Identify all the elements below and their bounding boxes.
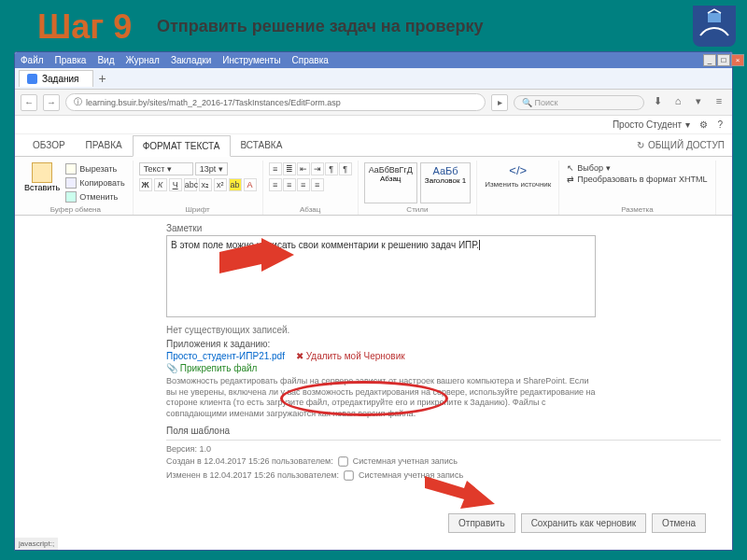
created-checkbox[interactable]	[338, 456, 347, 466]
styles-group-label: Стили	[359, 205, 477, 214]
bullets-button[interactable]: ≡	[269, 162, 282, 175]
browser-tab[interactable]: Задания	[19, 70, 93, 87]
ribbon-font: Текст ▾ 13pt ▾ Ж К Ч abc x₂ x² ab A Шриф…	[134, 161, 263, 215]
attachment-file-link[interactable]: Просто_студент-ИПР21.pdf	[166, 351, 285, 361]
ribbon-markup: </> Изменить источник	[477, 161, 559, 215]
align-center[interactable]: ≡	[283, 178, 296, 191]
minimize-button[interactable]: _	[703, 54, 716, 66]
send-button[interactable]: Отправить	[448, 513, 515, 533]
menu-view[interactable]: Вид	[97, 55, 114, 65]
rtl-button[interactable]: ¶	[339, 162, 352, 175]
font-name-select[interactable]: Текст ▾	[139, 162, 193, 175]
ribbon-styles: АаБбВвГгД Абзац АаБб Заголовок 1 Стили	[359, 161, 478, 215]
ribbon-paragraph: ≡ ≣ ⇤ ⇥ ¶ ¶ ≡ ≡ ≡ ≡ Абзац	[263, 161, 359, 215]
version-text: Версия: 1.0	[166, 444, 211, 454]
paste-button[interactable]: Вставить	[24, 162, 60, 203]
modified-checkbox[interactable]	[344, 470, 353, 480]
info-icon: ⓘ	[74, 96, 82, 108]
share-icon: ↻	[637, 140, 644, 150]
copy-icon	[65, 177, 77, 189]
font-size-select[interactable]: 13pt ▾	[195, 162, 228, 175]
align-right[interactable]: ≡	[297, 178, 310, 191]
copy-button[interactable]: Копировать	[63, 176, 126, 189]
action-buttons: Отправить Сохранить как черновик Отмена	[448, 513, 706, 533]
bold-button[interactable]: Ж	[139, 178, 152, 191]
menu-bookmarks[interactable]: Закладки	[171, 55, 211, 65]
font-group-label: Шрифт	[134, 205, 262, 214]
align-justify[interactable]: ≡	[311, 178, 324, 191]
strike-button[interactable]: abc	[184, 178, 197, 191]
created-text: Создан в 12.04.2017 15:26 пользователем:	[166, 456, 333, 466]
attach-file-link[interactable]: 📎 Прикрепить файл	[166, 363, 257, 373]
menu-edit[interactable]: Правка	[55, 55, 87, 65]
ribbon-markup2: ↖Выбор ▾ ⇄Преобразовать в формат XHTML Р…	[559, 161, 715, 215]
browser-menubar: Файл Правка Вид Журнал Закладки Инструме…	[15, 52, 732, 68]
window-controls: _ □ ×	[703, 54, 744, 66]
ribbon: Вставить Вырезать Копировать Отменить Бу…	[15, 157, 732, 216]
style-para[interactable]: АаБбВвГгД Абзац	[364, 162, 417, 203]
numbering-button[interactable]: ≣	[283, 162, 296, 175]
pocket-icon[interactable]: ▾	[691, 95, 706, 110]
help-icon[interactable]: ?	[717, 119, 723, 130]
undo-button[interactable]: Отменить	[63, 190, 126, 203]
downloads-icon[interactable]: ⬇	[650, 95, 665, 110]
browser-window: Файл Правка Вид Журнал Закладки Инструме…	[14, 51, 733, 551]
ltr-button[interactable]: ¶	[325, 162, 338, 175]
user-menu[interactable]: Просто Студент ▾ ⚙ ?	[613, 119, 723, 130]
tab-overview[interactable]: ОБЗОР	[22, 134, 76, 156]
notes-textarea[interactable]: В этом поле можно написать свои коммента…	[166, 235, 596, 317]
clipboard-group-label: Буфер обмена	[19, 205, 133, 214]
gear-icon[interactable]: ⚙	[699, 119, 708, 130]
tab-edit[interactable]: ПРАВКА	[76, 134, 133, 156]
ribbon-clipboard: Вставить Вырезать Копировать Отменить Бу…	[19, 161, 134, 215]
cancel-button[interactable]: Отмена	[652, 513, 706, 533]
sub-button[interactable]: x₂	[199, 178, 212, 191]
template-fields-label: Поля шаблона	[166, 426, 721, 436]
sup-button[interactable]: x²	[214, 178, 227, 191]
select-button[interactable]: ↖Выбор ▾	[565, 162, 709, 174]
paste-label: Вставить	[24, 183, 60, 192]
save-draft-button[interactable]: Сохранить как черновик	[521, 513, 646, 533]
address-bar: ← → ⓘ learning.bsuir.by/sites/math_2_201…	[15, 90, 732, 116]
go-button[interactable]: ▸	[491, 94, 508, 111]
forward-button[interactable]: →	[43, 94, 60, 111]
user-name: Просто Студент	[613, 119, 682, 130]
modified-text: Изменен в 12.04.2017 15:26 пользователем…	[166, 470, 339, 480]
menu-tools[interactable]: Инструменты	[222, 55, 280, 65]
indent-button[interactable]: ⇥	[311, 162, 324, 175]
style-heading1[interactable]: АаБб Заголовок 1	[420, 162, 471, 203]
svg-rect-0	[708, 13, 721, 22]
highlight-button[interactable]: ab	[229, 178, 242, 191]
menu-help[interactable]: Справка	[292, 55, 329, 65]
menu-history[interactable]: Журнал	[125, 55, 160, 65]
fontcolor-button[interactable]: A	[244, 178, 257, 191]
attachments-label: Приложения к заданию:	[166, 339, 721, 349]
status-bar: javascript:;	[15, 538, 58, 550]
search-field[interactable]: 🔍 Поиск	[514, 95, 644, 110]
hamburger-icon[interactable]: ≡	[712, 95, 726, 110]
menu-file[interactable]: Файл	[21, 55, 44, 65]
modified-sys: Системная учетная запись	[359, 470, 463, 480]
tab-favicon	[27, 74, 37, 84]
edit-source-button[interactable]: </> Изменить источник	[483, 162, 553, 189]
underline-button[interactable]: Ч	[169, 178, 182, 191]
tab-format-text[interactable]: ФОРМАТ ТЕКСТА	[133, 135, 231, 157]
share-button[interactable]: ↻ ОБЩИЙ ДОСТУП	[637, 140, 725, 150]
outdent-button[interactable]: ⇤	[297, 162, 310, 175]
maximize-button[interactable]: □	[717, 54, 730, 66]
align-left[interactable]: ≡	[269, 178, 282, 191]
convert-xhtml-button[interactable]: ⇄Преобразовать в формат XHTML	[565, 174, 709, 185]
delete-draft-link[interactable]: ✖ Удалить мой Черновик	[296, 351, 405, 361]
back-button[interactable]: ←	[21, 94, 37, 111]
notes-label: Заметки	[166, 223, 721, 233]
italic-button[interactable]: К	[154, 178, 167, 191]
university-logo	[691, 4, 738, 49]
tab-insert[interactable]: ВСТАВКА	[231, 134, 293, 156]
tab-title: Задания	[42, 74, 79, 84]
convert-icon: ⇄	[567, 175, 574, 184]
url-field[interactable]: ⓘ learning.bsuir.by/sites/math_2_2016-17…	[65, 93, 486, 111]
close-button[interactable]: ×	[731, 54, 744, 66]
cut-button[interactable]: Вырезать	[63, 162, 126, 175]
new-tab-button[interactable]: +	[99, 71, 106, 86]
home-icon[interactable]: ⌂	[670, 95, 685, 110]
